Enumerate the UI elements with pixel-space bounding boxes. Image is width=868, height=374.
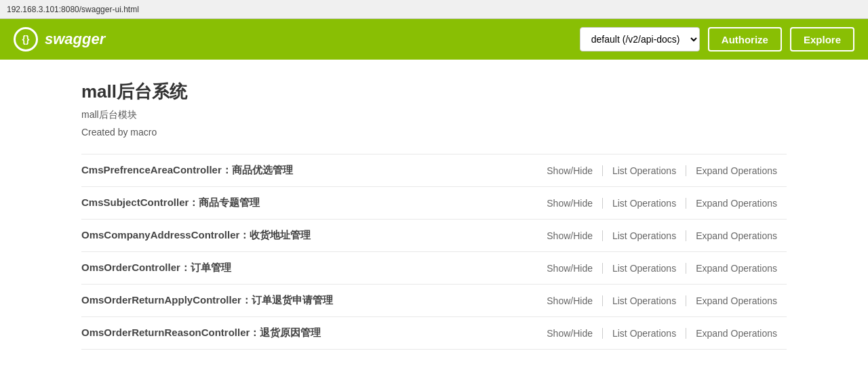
list-operations-link[interactable]: List Operations — [603, 230, 686, 241]
show-hide-link[interactable]: Show/Hide — [537, 263, 603, 274]
controller-name: OmsCompanyAddressController：收货地址管理 — [81, 229, 537, 242]
page-creator: Created by macro — [81, 127, 787, 138]
swagger-brand-text: swagger — [45, 30, 105, 48]
controller-actions: Show/HideList OperationsExpand Operation… — [537, 230, 787, 241]
controller-actions: Show/HideList OperationsExpand Operation… — [537, 328, 787, 339]
controller-item: CmsPrefrenceAreaController：商品优选管理Show/Hi… — [81, 154, 787, 187]
show-hide-link[interactable]: Show/Hide — [537, 198, 603, 209]
controller-item: OmsCompanyAddressController：收货地址管理Show/H… — [81, 220, 787, 252]
url-text: 192.168.3.101:8080/swagger-ui.html — [7, 5, 139, 14]
controller-name: CmsPrefrenceAreaController：商品优选管理 — [81, 164, 537, 177]
explore-button[interactable]: Explore — [790, 27, 854, 51]
list-operations-link[interactable]: List Operations — [603, 328, 686, 339]
list-operations-link[interactable]: List Operations — [603, 198, 686, 209]
main-content: mall后台系统 mall后台模块 Created by macro CmsPr… — [0, 60, 868, 374]
controller-item: OmsOrderController：订单管理Show/HideList Ope… — [81, 252, 787, 285]
list-operations-link[interactable]: List Operations — [603, 263, 686, 274]
page-subtitle: mall后台模块 — [81, 109, 787, 121]
controller-item: CmsSubjectController：商品专题管理Show/HideList… — [81, 187, 787, 220]
navbar-brand: {} swagger — [14, 27, 580, 51]
swagger-logo-icon: {} — [14, 27, 38, 51]
expand-operations-link[interactable]: Expand Operations — [686, 328, 787, 339]
navbar: {} swagger default (/v2/api-docs) Author… — [0, 19, 868, 60]
controller-list: CmsPrefrenceAreaController：商品优选管理Show/Hi… — [81, 154, 787, 350]
controller-actions: Show/HideList OperationsExpand Operation… — [537, 165, 787, 176]
show-hide-link[interactable]: Show/Hide — [537, 328, 603, 339]
controller-item: OmsOrderReturnReasonController：退货原因管理Sho… — [81, 317, 787, 350]
expand-operations-link[interactable]: Expand Operations — [686, 295, 787, 306]
show-hide-link[interactable]: Show/Hide — [537, 295, 603, 306]
api-docs-select[interactable]: default (/v2/api-docs) — [580, 27, 700, 51]
expand-operations-link[interactable]: Expand Operations — [686, 198, 787, 209]
navbar-right: default (/v2/api-docs) Authorize Explore — [580, 27, 854, 51]
controller-name: OmsOrderController：订单管理 — [81, 262, 537, 274]
controller-name: OmsOrderReturnReasonController：退货原因管理 — [81, 327, 537, 339]
controller-actions: Show/HideList OperationsExpand Operation… — [537, 198, 787, 209]
authorize-button[interactable]: Authorize — [708, 27, 782, 51]
controller-actions: Show/HideList OperationsExpand Operation… — [537, 295, 787, 306]
show-hide-link[interactable]: Show/Hide — [537, 165, 603, 176]
controller-item: OmsOrderReturnApplyController：订单退货申请管理Sh… — [81, 285, 787, 317]
expand-operations-link[interactable]: Expand Operations — [686, 230, 787, 241]
address-bar: 192.168.3.101:8080/swagger-ui.html — [0, 0, 868, 19]
controller-name: OmsOrderReturnApplyController：订单退货申请管理 — [81, 294, 537, 307]
expand-operations-link[interactable]: Expand Operations — [686, 165, 787, 176]
controller-actions: Show/HideList OperationsExpand Operation… — [537, 263, 787, 274]
show-hide-link[interactable]: Show/Hide — [537, 230, 603, 241]
page-title: mall后台系统 — [81, 80, 787, 104]
list-operations-link[interactable]: List Operations — [603, 165, 686, 176]
expand-operations-link[interactable]: Expand Operations — [686, 263, 787, 274]
controller-name: CmsSubjectController：商品专题管理 — [81, 196, 537, 209]
list-operations-link[interactable]: List Operations — [603, 295, 686, 306]
